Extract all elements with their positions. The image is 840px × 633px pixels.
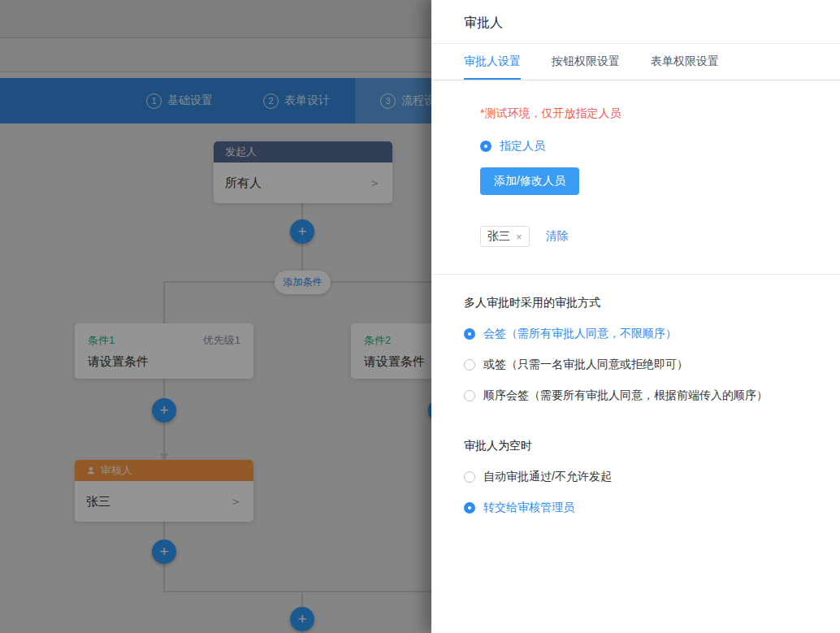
- assignee-block: *测试环境，仅开放指定人员 指定人员 添加/修改人员 张三 × 清除: [431, 80, 840, 247]
- radio-icon: [464, 502, 475, 514]
- radio-label: 会签（需所有审批人同意，不限顺序）: [483, 327, 677, 341]
- radio-icon: [464, 359, 475, 371]
- radio-designated-personnel[interactable]: 指定人员: [480, 139, 808, 154]
- tab-approver-settings[interactable]: 审批人设置: [464, 44, 521, 80]
- radio-countersign[interactable]: 会签（需所有审批人同意，不限顺序）: [464, 327, 808, 341]
- personnel-tag-name: 张三: [487, 229, 510, 244]
- radio-icon: [464, 390, 475, 401]
- multi-approval-section: 多人审批时采用的审批方式 会签（需所有审批人同意，不限顺序） 或签（只需一名审批…: [431, 275, 840, 403]
- selected-personnel-row: 张三 × 清除: [480, 226, 808, 247]
- radio-icon: [480, 141, 491, 152]
- section-heading: 多人审批时采用的审批方式: [464, 296, 808, 310]
- radio-label: 自动审批通过/不允许发起: [483, 470, 612, 484]
- radio-or-sign[interactable]: 或签（只需一名审批人同意或拒绝即可）: [464, 358, 808, 372]
- radio-icon: [464, 471, 475, 483]
- radio-label: 顺序会签（需要所有审批人同意，根据前端传入的顺序）: [483, 388, 768, 403]
- tag-close-icon[interactable]: ×: [516, 231, 522, 243]
- radio-label: 或签（只需一名审批人同意或拒绝即可）: [483, 358, 688, 372]
- radio-label: 转交给审核管理员: [483, 501, 574, 515]
- tab-form-permissions[interactable]: 表单权限设置: [651, 44, 719, 80]
- radio-auto-approve[interactable]: 自动审批通过/不允许发起: [464, 470, 808, 484]
- empty-approver-section: 审批人为空时 自动审批通过/不允许发起 转交给审核管理员: [431, 403, 840, 515]
- radio-transfer-to-admin[interactable]: 转交给审核管理员: [464, 501, 808, 515]
- radio-sequential-countersign[interactable]: 顺序会签（需要所有审批人同意，根据前端传入的顺序）: [464, 388, 808, 403]
- tab-button-permissions[interactable]: 按钮权限设置: [552, 44, 620, 80]
- drawer-title: 审批人: [431, 0, 840, 44]
- personnel-tag: 张三 ×: [480, 226, 530, 247]
- test-env-notice: *测试环境，仅开放指定人员: [480, 106, 808, 121]
- radio-icon: [464, 328, 475, 340]
- drawer-tabs: 审批人设置 按钮权限设置 表单权限设置: [431, 44, 840, 80]
- section-heading: 审批人为空时: [464, 439, 808, 453]
- approver-settings-drawer: 审批人 审批人设置 按钮权限设置 表单权限设置 *测试环境，仅开放指定人员 指定…: [431, 0, 840, 633]
- app-root: 1 基础设置 2 表单设计 3 流程设计: [0, 0, 840, 633]
- clear-link[interactable]: 清除: [546, 229, 569, 244]
- add-modify-personnel-button[interactable]: 添加/修改人员: [480, 167, 579, 195]
- radio-label: 指定人员: [500, 139, 545, 154]
